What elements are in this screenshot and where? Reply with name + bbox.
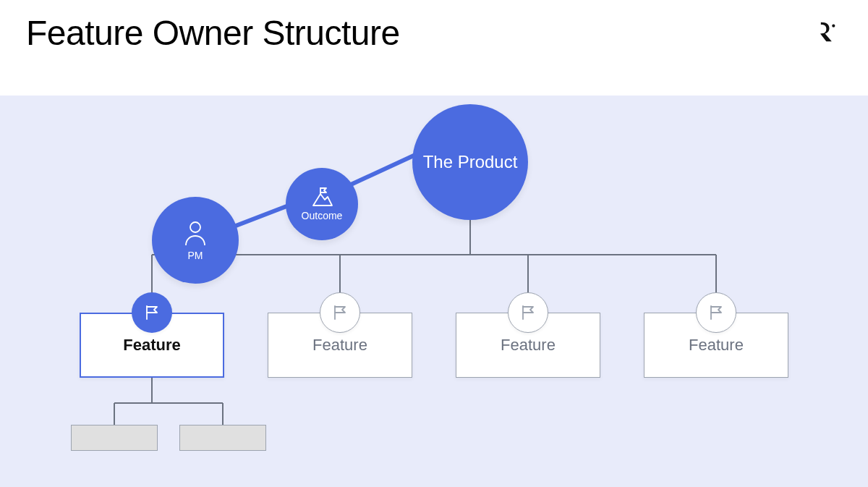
feature-flag-badge-4 — [696, 292, 736, 333]
diagram-canvas: The Product Outcome PM Feature Feature — [0, 96, 868, 487]
product-node: The Product — [412, 104, 528, 220]
subtask-box-1 — [71, 425, 158, 451]
feature-label: Feature — [312, 336, 367, 355]
mountain-flag-icon — [310, 187, 333, 207]
feature-flag-badge-3 — [508, 292, 548, 333]
flag-icon — [519, 303, 537, 322]
feature-label: Feature — [123, 336, 180, 355]
flag-icon — [331, 303, 349, 322]
feature-flag-badge-1 — [132, 292, 172, 333]
svg-point-14 — [190, 222, 200, 232]
outcome-label: Outcome — [302, 210, 343, 221]
flag-icon — [707, 303, 726, 322]
header: Feature Owner Structure — [0, 0, 868, 96]
feature-label: Feature — [501, 336, 556, 355]
pm-node: PM — [152, 197, 239, 284]
person-icon — [183, 219, 208, 247]
product-label: The Product — [423, 152, 518, 173]
feature-label: Feature — [689, 336, 744, 355]
page-title: Feature Owner Structure — [26, 13, 400, 53]
pm-label: PM — [188, 250, 203, 261]
brand-logo-icon — [813, 17, 842, 46]
feature-flag-badge-2 — [320, 292, 360, 333]
subtask-box-2 — [179, 425, 266, 451]
svg-point-0 — [832, 25, 835, 27]
outcome-node: Outcome — [286, 168, 358, 240]
flag-icon — [142, 303, 161, 322]
slide: Feature Owner Structure — [0, 0, 868, 487]
